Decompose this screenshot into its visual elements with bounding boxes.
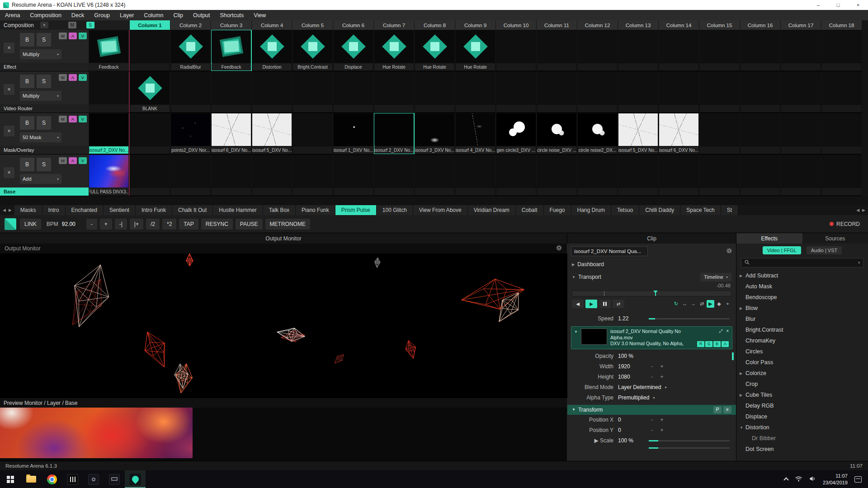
clip-cell[interactable] bbox=[252, 71, 292, 113]
clip-cell[interactable] bbox=[659, 30, 699, 71]
tray-chevron-icon[interactable] bbox=[783, 477, 788, 482]
deck-nav-arrow[interactable]: ▶ bbox=[8, 208, 13, 212]
cue-icon[interactable]: ◆ bbox=[715, 300, 723, 308]
expand-arrow-icon[interactable]: ▶ bbox=[740, 393, 742, 397]
deck-tab[interactable]: Fuego bbox=[544, 205, 571, 215]
clip-cell[interactable] bbox=[292, 155, 333, 196]
clip-cell[interactable] bbox=[618, 71, 659, 113]
minimize-button[interactable]: – bbox=[808, 0, 828, 10]
wifi-icon[interactable] bbox=[795, 476, 802, 483]
gear-icon[interactable] bbox=[556, 244, 562, 253]
transport-mode-dropdown[interactable]: Timeline ▾ bbox=[700, 273, 731, 282]
increment-button[interactable]: + bbox=[657, 374, 667, 380]
deck-tab[interactable]: Hustle Hammer bbox=[213, 205, 263, 215]
clip-cell[interactable] bbox=[699, 71, 740, 113]
clip-cell[interactable] bbox=[130, 113, 170, 154]
tab-effects[interactable]: Effects bbox=[736, 233, 802, 244]
clip-cell[interactable] bbox=[821, 155, 862, 196]
clip-cell[interactable] bbox=[821, 71, 862, 113]
record-button[interactable]: RECORD bbox=[830, 221, 863, 227]
layer-name[interactable]: Effect bbox=[0, 63, 89, 71]
effect-item[interactable]: ▶Blow bbox=[736, 303, 868, 314]
deck-tab[interactable]: 100 Glitch bbox=[377, 205, 413, 215]
clip-cell[interactable] bbox=[292, 113, 333, 154]
clip-cell[interactable] bbox=[740, 71, 781, 113]
increment-button[interactable]: + bbox=[657, 427, 667, 433]
beat-snap-icon[interactable]: + bbox=[724, 300, 731, 308]
effect-item[interactable]: ChromaKey bbox=[736, 335, 868, 346]
clip-cell[interactable] bbox=[211, 155, 252, 196]
clip-cell[interactable] bbox=[659, 71, 699, 113]
play-once-icon[interactable]: ▶ bbox=[707, 300, 714, 308]
menu-view[interactable]: View bbox=[249, 10, 271, 20]
menu-icon[interactable]: ≡ bbox=[723, 406, 731, 413]
menu-deck[interactable]: Deck bbox=[66, 10, 89, 20]
clip-cell[interactable]: BLANK bbox=[130, 71, 170, 113]
clip-cell[interactable] bbox=[740, 155, 781, 196]
clip-cell[interactable]: isosurf 3_DXV No... bbox=[415, 113, 455, 154]
channel-g-toggle[interactable]: G bbox=[705, 341, 712, 347]
layer-video-toggle[interactable]: V bbox=[79, 33, 87, 39]
effect-item[interactable]: Bright.Contrast bbox=[736, 324, 868, 335]
clip-cell[interactable] bbox=[496, 155, 537, 196]
bpm-button[interactable]: - bbox=[86, 219, 97, 230]
deck-tab[interactable]: Hang Drum bbox=[571, 205, 611, 215]
clip-cell[interactable]: isosurf 1_DXV No... bbox=[333, 113, 374, 154]
effect-item[interactable]: Dr Bibber bbox=[736, 433, 868, 444]
bpm-button[interactable]: + bbox=[100, 219, 112, 230]
clip-cell[interactable]: isosurf 2_DXV No... bbox=[374, 113, 415, 154]
bpm-value[interactable]: 92.00 bbox=[62, 221, 83, 227]
deck-tab[interactable]: Talk Box bbox=[263, 205, 296, 215]
layer-solo-button[interactable]: S bbox=[37, 116, 51, 130]
clip-cell[interactable] bbox=[170, 71, 211, 113]
play-direction-icon[interactable]: → bbox=[689, 300, 697, 308]
effect-item[interactable]: Bendoscope bbox=[736, 292, 868, 303]
clip-cell[interactable] bbox=[130, 155, 170, 196]
link-button[interactable]: LINK bbox=[20, 219, 41, 230]
dashboard-section[interactable]: ▶ Dashboard bbox=[567, 259, 736, 269]
clip-cell[interactable] bbox=[577, 30, 618, 71]
effect-item[interactable]: Dot Screen bbox=[736, 444, 868, 455]
layer-bypass-button[interactable]: B bbox=[20, 158, 34, 171]
collapse-arrow-icon[interactable]: ▼ bbox=[574, 330, 578, 347]
bpm-button[interactable]: -| bbox=[115, 219, 127, 230]
param-slider[interactable] bbox=[649, 440, 730, 441]
clip-cell[interactable]: Feedback bbox=[211, 30, 252, 71]
deck-tab[interactable]: Space Tech bbox=[680, 205, 721, 215]
clip-cell[interactable] bbox=[374, 155, 415, 196]
deck-tab[interactable]: Intro Funk bbox=[136, 205, 172, 215]
layer-master-toggle[interactable]: M bbox=[59, 157, 67, 164]
column-header-9[interactable]: Column 9 bbox=[455, 20, 496, 30]
column-header-10[interactable]: Column 10 bbox=[496, 20, 537, 30]
clip-cell[interactable] bbox=[292, 71, 333, 113]
layer-solo-button[interactable]: S bbox=[37, 75, 51, 88]
layer-solo-button[interactable]: S bbox=[37, 33, 51, 47]
deck-nav-arrow[interactable]: ◀ bbox=[855, 208, 860, 212]
clip-cell[interactable] bbox=[740, 113, 781, 154]
clip-cell[interactable] bbox=[781, 71, 821, 113]
deck-tab[interactable]: Piano Funk bbox=[296, 205, 335, 215]
taskbar-app-generic-2[interactable] bbox=[104, 470, 125, 488]
clip-cell[interactable] bbox=[170, 155, 211, 196]
effect-item[interactable]: Crop bbox=[736, 379, 868, 389]
param-value[interactable]: 1080 bbox=[618, 374, 647, 380]
output-monitor-tab[interactable]: Output Monitor bbox=[0, 233, 567, 244]
param-value[interactable]: Layer Determined bbox=[618, 384, 661, 390]
layer-active-clip[interactable]: isosurf 2_DXV No... bbox=[89, 113, 130, 154]
clip-cell[interactable] bbox=[130, 30, 170, 71]
effects-search[interactable]: × bbox=[741, 258, 863, 267]
deck-tab[interactable]: Enchanted bbox=[66, 205, 104, 215]
clip-cell[interactable] bbox=[333, 155, 374, 196]
clip-cell[interactable] bbox=[699, 155, 740, 196]
clip-cell[interactable] bbox=[821, 30, 862, 71]
clip-cell[interactable]: Hue Rotate bbox=[374, 30, 415, 71]
menu-arena[interactable]: Arena bbox=[0, 10, 25, 20]
layer-blend-dropdown[interactable]: 50 Mask▾ bbox=[20, 132, 61, 142]
effect-item[interactable]: ▶Add Subtract bbox=[736, 270, 868, 281]
column-header-8[interactable]: Column 8 bbox=[415, 20, 455, 30]
layer-video-toggle[interactable]: V bbox=[79, 116, 87, 122]
column-header-7[interactable]: Column 7 bbox=[374, 20, 415, 30]
increment-button[interactable]: + bbox=[657, 363, 667, 370]
expand-arrow-icon[interactable]: ▶ bbox=[740, 274, 742, 278]
deck-tab[interactable]: Chilli Daddy bbox=[639, 205, 680, 215]
